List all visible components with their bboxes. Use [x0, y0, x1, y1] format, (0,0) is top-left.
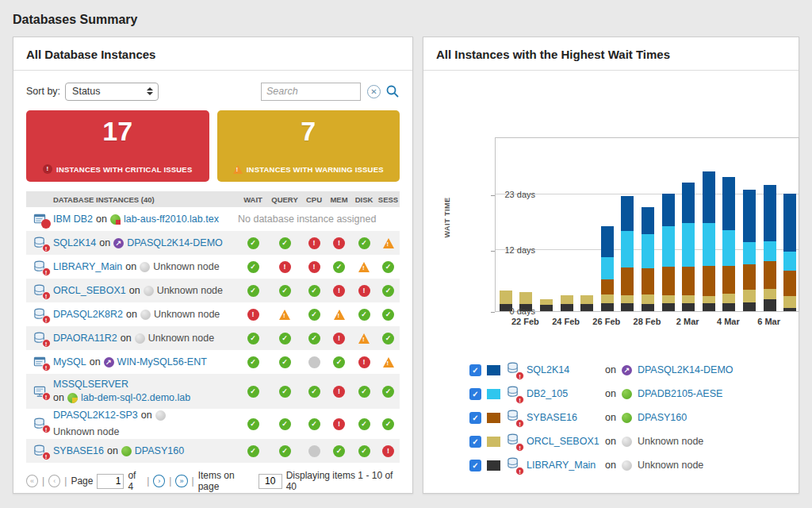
status-ok-icon[interactable] [382, 285, 394, 297]
status-ok-icon[interactable] [247, 237, 259, 249]
instance-name-link[interactable]: LIBRARY_Main [53, 260, 122, 274]
table-row[interactable]: !LIBRARY_MainonUnknown node [26, 255, 400, 279]
instance-name-link[interactable]: MSSQLSERVER [53, 379, 128, 390]
legend-checkbox[interactable] [469, 364, 481, 376]
instance-name-link[interactable]: DPAORA11R2 [53, 332, 117, 345]
status-critical-icon[interactable] [333, 333, 345, 344]
status-ok-icon[interactable] [279, 386, 291, 398]
status-ok-icon[interactable] [279, 285, 291, 297]
bar-4-mar[interactable] [722, 177, 735, 311]
status-ok-icon[interactable] [333, 445, 345, 457]
status-warning-icon[interactable] [383, 357, 394, 368]
status-ok-icon[interactable] [333, 261, 345, 273]
next-page-button[interactable] [153, 475, 165, 487]
status-ok-icon[interactable] [308, 285, 320, 297]
legend-instance-link[interactable]: SQL2K14 [527, 364, 599, 375]
status-ok-icon[interactable] [382, 333, 394, 344]
critical-instances-card[interactable]: 17 ! INSTANCES WITH CRITICAL ISSUES [26, 110, 209, 182]
legend-checkbox[interactable] [469, 460, 481, 471]
table-row[interactable]: !DPASQL2K8R2onUnknown node [26, 302, 400, 326]
legend-checkbox[interactable] [469, 436, 481, 448]
status-critical-icon[interactable] [333, 237, 345, 249]
instance-name-link[interactable]: SQL2K14 [53, 237, 96, 250]
instance-name-link[interactable]: DPASQL2K12-SP3 [53, 409, 138, 422]
first-page-button[interactable] [26, 475, 38, 487]
status-ok-icon[interactable] [358, 386, 370, 398]
status-ok-icon[interactable] [247, 356, 259, 368]
status-critical-icon[interactable] [308, 237, 320, 249]
status-na-icon[interactable] [308, 445, 320, 457]
instance-name-link[interactable]: IBM DB2 [53, 213, 93, 226]
bar-28-feb[interactable] [642, 207, 654, 311]
bar-27-feb[interactable] [621, 196, 634, 311]
bar-24-feb[interactable] [561, 295, 573, 311]
node-name-link[interactable]: lab-dem-sql-02.demo.lab [81, 391, 190, 405]
status-ok-icon[interactable] [279, 356, 291, 368]
status-ok-icon[interactable] [247, 333, 259, 344]
status-critical-icon[interactable] [247, 309, 259, 321]
status-ok-icon[interactable] [247, 418, 259, 430]
table-row[interactable]: !ORCL_SEBOX1onUnknown node [26, 279, 400, 302]
status-warning-icon[interactable] [383, 238, 394, 248]
node-name-link[interactable]: DPASQL2K14-DEMO [127, 237, 223, 250]
status-ok-icon[interactable] [358, 309, 370, 321]
status-ok-icon[interactable] [308, 309, 320, 321]
status-critical-icon[interactable] [358, 285, 370, 297]
table-row[interactable]: !SYBASE16onDPASY160 [26, 439, 400, 463]
bar-6-mar[interactable] [764, 185, 776, 311]
status-warning-icon[interactable] [279, 310, 290, 320]
status-ok-icon[interactable] [333, 356, 345, 368]
instance-name-link[interactable]: SYBASE16 [53, 444, 104, 458]
status-ok-icon[interactable] [247, 261, 259, 273]
legend-checkbox[interactable] [469, 388, 481, 400]
status-ok-icon[interactable] [382, 309, 394, 321]
table-row[interactable]: !DPAORA11R2onUnknown node [26, 326, 400, 350]
bar-2-mar[interactable] [682, 183, 695, 311]
table-row[interactable]: !MSSQLSERVERonlab-dem-sql-02.demo.lab [26, 374, 400, 409]
node-name-link[interactable]: lab-aus-ff2010.lab.tex [124, 213, 219, 226]
status-critical-icon[interactable] [279, 261, 291, 273]
page-number-input[interactable] [97, 474, 124, 489]
status-ok-icon[interactable] [308, 333, 320, 344]
status-ok-icon[interactable] [247, 285, 259, 297]
bar-26-feb[interactable] [601, 226, 614, 311]
status-ok-icon[interactable] [247, 386, 259, 398]
status-na-icon[interactable] [308, 356, 320, 368]
status-warning-icon[interactable] [358, 262, 370, 272]
status-ok-icon[interactable] [308, 386, 320, 398]
node-name-link[interactable]: WIN-MySQL56-ENT [117, 356, 207, 369]
table-row[interactable]: !MySQLonWIN-MySQL56-ENT [26, 350, 400, 374]
status-critical-icon[interactable] [333, 418, 345, 430]
status-ok-icon[interactable] [279, 333, 291, 344]
search-icon[interactable] [385, 84, 400, 98]
node-name-link[interactable]: DPASY160 [135, 444, 184, 458]
legend-instance-link[interactable]: DB2_105 [527, 388, 599, 399]
status-ok-icon[interactable] [358, 418, 370, 430]
legend-node-link[interactable]: DPADB2105-AESE [638, 388, 722, 399]
legend-node-link[interactable]: DPASQL2K14-DEMO [638, 364, 733, 375]
instance-name-link[interactable]: DPASQL2K8R2 [53, 308, 123, 321]
status-ok-icon[interactable] [247, 445, 259, 457]
bar-7-mar[interactable] [783, 194, 796, 311]
prev-page-button[interactable] [48, 475, 60, 487]
status-ok-icon[interactable] [308, 418, 320, 430]
status-ok-icon[interactable] [382, 418, 394, 430]
warning-instances-card[interactable]: 7 INSTANCES WITH WARNING ISSUES [217, 110, 400, 182]
instance-name-link[interactable]: ORCL_SEBOX1 [53, 284, 126, 298]
clear-search-icon[interactable]: ✕ [367, 85, 381, 98]
search-input[interactable] [261, 83, 361, 101]
status-ok-icon[interactable] [279, 418, 291, 430]
status-ok-icon[interactable] [358, 237, 370, 249]
bar-23-feb[interactable] [540, 299, 553, 311]
bar-5-mar[interactable] [743, 190, 756, 311]
instance-name-link[interactable]: MySQL [53, 356, 86, 369]
status-ok-icon[interactable] [279, 445, 291, 457]
status-ok-icon[interactable] [279, 237, 291, 249]
bar-3-mar[interactable] [703, 171, 715, 311]
legend-instance-link[interactable]: ORCL_SEBOX1 [527, 436, 599, 447]
legend-instance-link[interactable]: LIBRARY_Main [527, 460, 599, 471]
bar-25-feb[interactable] [580, 295, 593, 311]
status-warning-icon[interactable] [358, 333, 370, 344]
status-ok-icon[interactable] [382, 386, 394, 398]
items-per-page-input[interactable] [259, 474, 282, 489]
